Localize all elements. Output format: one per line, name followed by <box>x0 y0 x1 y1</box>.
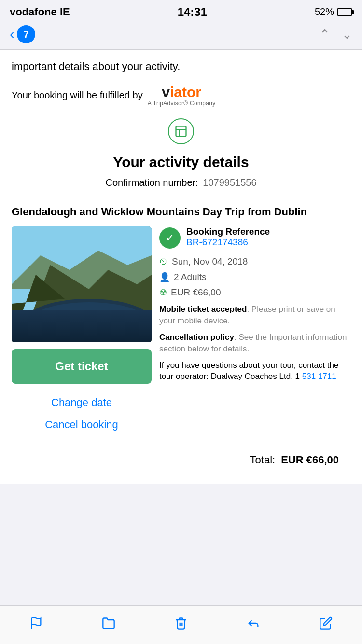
confirmation-label: Confirmation number: <box>105 177 198 188</box>
reply-button[interactable] <box>239 613 268 634</box>
clock-icon: ⏲ <box>159 257 168 267</box>
section-divider <box>12 196 350 196</box>
svg-point-6 <box>31 302 147 339</box>
confirmation-number: 1079951556 <box>203 177 256 188</box>
folder-icon <box>102 616 115 630</box>
guests-row: 👤 2 Adults <box>159 272 350 282</box>
operator-name: Dualway Coaches Ltd. 1 <box>211 372 300 381</box>
trip-title: Glendalough and Wicklow Mountains Day Tr… <box>12 205 350 219</box>
badge-count[interactable]: 7 <box>17 25 35 43</box>
activity-section-title: Your activity details <box>12 154 350 170</box>
reply-icon <box>247 616 260 630</box>
compose-icon <box>319 616 333 630</box>
status-bar: vodafone IE 14:31 52% <box>0 0 362 21</box>
nav-left[interactable]: ‹ 7 <box>10 25 35 43</box>
bottom-toolbar <box>0 605 362 644</box>
carrier-signal: vodafone IE <box>10 6 70 18</box>
booking-ref-label: Booking Reference <box>186 226 270 237</box>
nav-arrows: ⌃ ⌄ <box>320 27 352 42</box>
battery-percentage: 52% <box>315 6 334 17</box>
tripadvisor-subtitle: A TripAdvisor® Company <box>148 100 216 107</box>
date-value: Sun, Nov 04, 2018 <box>172 256 248 267</box>
cancel-booking-button[interactable]: Cancel booking <box>12 414 152 436</box>
tag-icon: ☢ <box>159 287 167 298</box>
guests-value: 2 Adults <box>174 272 207 282</box>
battery-icon <box>337 8 352 16</box>
trip-right-column: ✓ Booking Reference BR-672174386 ⏲ Sun, … <box>159 226 350 436</box>
up-arrow-icon[interactable]: ⌃ <box>320 27 330 42</box>
total-amount: EUR €66,00 <box>281 454 339 466</box>
section-divider-icon <box>12 118 350 144</box>
folder-button[interactable] <box>94 613 123 634</box>
questions-line: If you have questions about your tour, c… <box>159 360 350 383</box>
compose-button[interactable] <box>311 613 340 634</box>
person-icon: 👤 <box>159 272 170 282</box>
activity-icon <box>168 118 194 144</box>
viator-brand-name: viator <box>162 84 201 100</box>
booking-ref-text: Booking Reference BR-672174386 <box>186 226 270 248</box>
change-date-button[interactable]: Change date <box>12 392 152 414</box>
booking-reference-header: ✓ Booking Reference BR-672174386 <box>159 226 350 249</box>
operator-phone[interactable]: 531 1711 <box>302 372 336 381</box>
divider-left <box>12 131 163 131</box>
confirmation-row: Confirmation number: 1079951556 <box>12 177 350 188</box>
viator-line: Your booking will be fulfilled by viator… <box>12 84 350 107</box>
viator-prefix: Your booking will be fulfilled by <box>12 90 143 101</box>
cancellation-line: Cancellation policy: See the Important i… <box>159 332 350 355</box>
intro-text: important details about your activity. <box>12 59 350 74</box>
back-arrow-icon[interactable]: ‹ <box>10 27 14 42</box>
trash-icon <box>174 616 188 630</box>
flag-icon <box>29 616 43 630</box>
total-section: Total: EUR €66,00 <box>12 444 350 476</box>
trip-layout: Get ticket Change date Cancel booking ✓ … <box>12 226 350 436</box>
trip-image <box>12 226 152 342</box>
date-row: ⏲ Sun, Nov 04, 2018 <box>159 256 350 267</box>
svg-marker-7 <box>12 323 50 342</box>
battery-indicator: 52% <box>315 6 352 17</box>
down-arrow-icon[interactable]: ⌄ <box>342 27 352 42</box>
navigation-bar: ‹ 7 ⌃ ⌄ <box>0 21 362 50</box>
info-blocks: Mobile ticket accepted: Please print or … <box>159 304 350 382</box>
divider-right <box>199 131 350 131</box>
time-display: 14:31 <box>178 5 207 19</box>
svg-rect-0 <box>176 126 186 136</box>
check-circle-icon: ✓ <box>159 227 181 249</box>
price-row: ☢ EUR €66,00 <box>159 287 350 298</box>
price-value: EUR €66,00 <box>171 287 221 298</box>
cancellation-policy-label: Cancellation policy <box>159 333 234 342</box>
booking-ref-number[interactable]: BR-672174386 <box>186 237 270 248</box>
mobile-ticket-label: Mobile ticket accepted <box>159 305 247 314</box>
flag-button[interactable] <box>22 613 51 634</box>
viator-logo: viator A TripAdvisor® Company <box>148 84 216 107</box>
trip-left-column: Get ticket Change date Cancel booking <box>12 226 152 436</box>
svg-marker-8 <box>118 313 152 342</box>
get-ticket-button[interactable]: Get ticket <box>12 349 152 384</box>
trash-button[interactable] <box>167 613 195 634</box>
total-label: Total: <box>250 454 276 466</box>
mobile-ticket-line: Mobile ticket accepted: Please print or … <box>159 304 350 327</box>
main-content: important details about your activity. Y… <box>0 50 362 484</box>
